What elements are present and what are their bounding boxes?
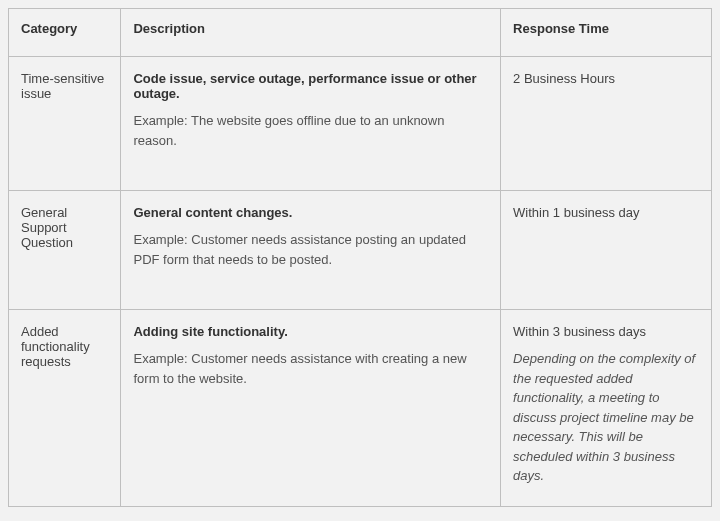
response-main: 2 Business Hours	[513, 71, 699, 86]
cell-description: General content changes. Example: Custom…	[121, 191, 501, 310]
description-title: Adding site functionality.	[133, 324, 488, 339]
table-row: General Support Question General content…	[9, 191, 712, 310]
response-note: Depending on the complexity of the reque…	[513, 349, 699, 486]
description-title: Code issue, service outage, performance …	[133, 71, 488, 101]
cell-response: Within 1 business day	[501, 191, 712, 310]
table-row: Time-sensitive issue Code issue, service…	[9, 57, 712, 191]
cell-category: Time-sensitive issue	[9, 57, 121, 191]
header-category: Category	[9, 9, 121, 57]
description-title: General content changes.	[133, 205, 488, 220]
description-example: Example: Customer needs assistance posti…	[133, 230, 488, 269]
cell-description: Adding site functionality. Example: Cust…	[121, 310, 501, 507]
sla-table: Category Description Response Time Time-…	[8, 8, 712, 507]
cell-description: Code issue, service outage, performance …	[121, 57, 501, 191]
header-description: Description	[121, 9, 501, 57]
cell-category: Added functionality requests	[9, 310, 121, 507]
cell-response: 2 Business Hours	[501, 57, 712, 191]
header-row: Category Description Response Time	[9, 9, 712, 57]
header-response: Response Time	[501, 9, 712, 57]
description-example: Example: Customer needs assistance with …	[133, 349, 488, 388]
description-example: Example: The website goes offline due to…	[133, 111, 488, 150]
response-main: Within 3 business days	[513, 324, 699, 339]
cell-category: General Support Question	[9, 191, 121, 310]
response-main: Within 1 business day	[513, 205, 699, 220]
cell-response: Within 3 business days Depending on the …	[501, 310, 712, 507]
table-row: Added functionality requests Adding site…	[9, 310, 712, 507]
